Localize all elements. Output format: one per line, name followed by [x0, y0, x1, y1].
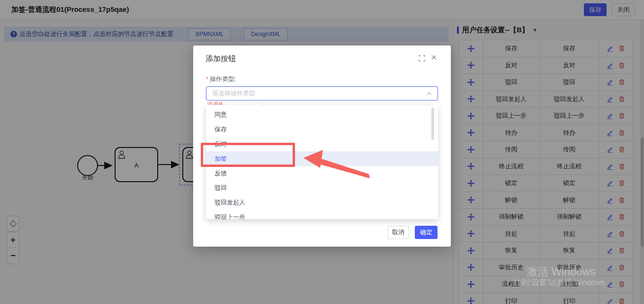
field-label: *操作类型: — [206, 75, 236, 83]
dropdown-option[interactable]: 驳回 — [206, 181, 438, 195]
dropdown-option[interactable]: 同意 — [206, 108, 438, 122]
fullscreen-icon[interactable] — [419, 55, 425, 64]
operation-type-dropdown: 同意保存反对加签反馈驳回驳回发起人驳回上一步 — [206, 105, 438, 219]
validation-error-text: 请选择操作类型 — [207, 101, 222, 105]
select-placeholder: 请选择操作类型 — [212, 89, 427, 98]
dropdown-option[interactable]: 反对 — [206, 137, 438, 152]
dropdown-scrollbar-thumb[interactable] — [431, 108, 434, 140]
field-label-text: 操作类型: — [210, 75, 236, 83]
dialog-title: 添加按钮 — [206, 54, 236, 64]
screen: 加签-普通流程01(Process_17p5qae) 保存 关闭 ? 点击空白处… — [0, 0, 644, 304]
dropdown-option[interactable]: 驳回发起人 — [206, 195, 438, 210]
chevron-up-icon — [427, 92, 432, 95]
dropdown-option[interactable]: 驳回上一步 — [206, 210, 438, 219]
close-icon[interactable]: × — [431, 52, 437, 62]
operation-type-select[interactable]: 请选择操作类型 — [206, 86, 438, 101]
validation-error-clipped: 请选择操作类型 — [207, 101, 222, 105]
dropdown-option[interactable]: 保存 — [206, 122, 438, 137]
required-mark: * — [206, 75, 208, 83]
confirm-button[interactable]: 确定 — [415, 226, 438, 239]
dropdown-option[interactable]: 反馈 — [206, 166, 438, 181]
dropdown-option[interactable]: 加签 — [206, 151, 438, 166]
cancel-button[interactable]: 取消 — [387, 226, 409, 239]
